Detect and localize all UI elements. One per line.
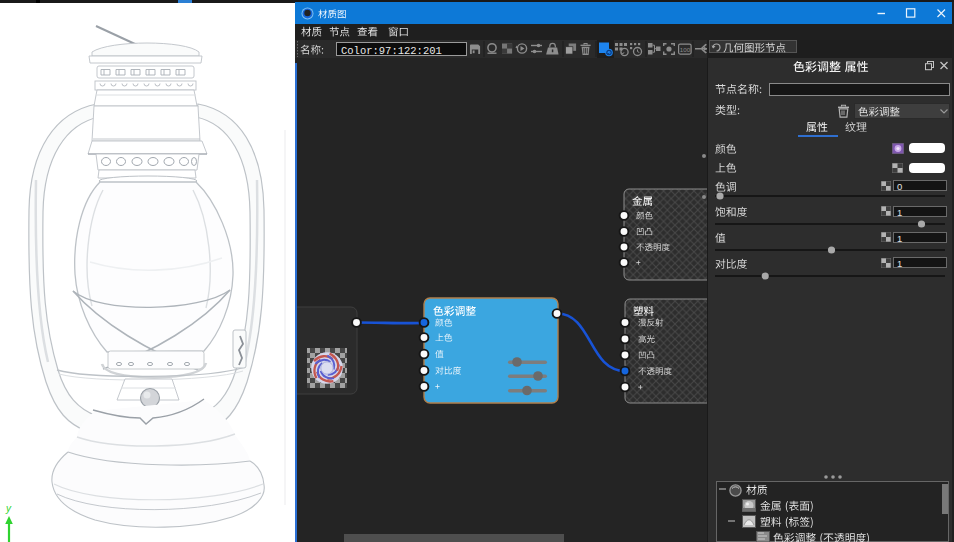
svg-text:y: y — [5, 503, 12, 514]
svg-text:100: 100 — [680, 46, 691, 53]
